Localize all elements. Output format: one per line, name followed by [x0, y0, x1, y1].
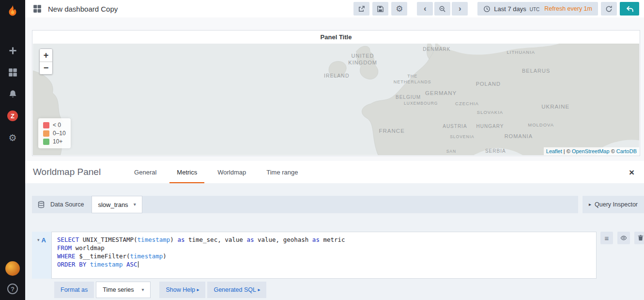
tab-general[interactable]: General [124, 161, 167, 183]
map-legend: < 00–1010+ [38, 118, 71, 148]
country-label: ROMANIA [505, 133, 533, 140]
country-label: THE NETHERLANDS [394, 74, 431, 85]
panel-title[interactable]: Panel Title [32, 31, 640, 44]
collapse-caret-icon: ▾ [37, 238, 40, 242]
legend-row: 10+ [43, 138, 66, 145]
dashboard-title[interactable]: New dashboard Copy [48, 5, 118, 13]
openstreetmap-link[interactable]: OpenStreetMap [572, 148, 610, 154]
show-help-button[interactable]: Show Help ▸ [159, 282, 205, 298]
time-picker-button[interactable]: Last 7 days UTC Refresh every 1m [477, 2, 598, 16]
format-as-button[interactable]: Format as [54, 282, 94, 298]
tab-worldmap[interactable]: Worldmap [207, 161, 256, 183]
cartodb-link[interactable]: CartoDB [616, 148, 637, 154]
show-help-label: Show Help [166, 286, 195, 293]
zoom-out-icon [439, 5, 446, 13]
panel-settings-button[interactable]: ⚙ [391, 2, 407, 16]
grafana-dashboard-editor: Z⚙ ? New dashboard Copy ⚙ [0, 0, 644, 300]
country-label: SLOVAKIA [477, 110, 503, 115]
caret-down-icon: ▾ [141, 287, 144, 292]
navbar: New dashboard Copy ⚙ ‹ › [25, 0, 644, 17]
map-zoom-control: + − [39, 48, 53, 75]
country-label: BELGIUM [396, 94, 421, 100]
chevron-right-icon: › [459, 4, 461, 13]
country-label: DENMARK [423, 46, 450, 52]
eye-icon [620, 235, 627, 241]
help-icon[interactable]: ? [7, 284, 18, 294]
datasource-select[interactable]: slow_trans ▾ [92, 196, 142, 213]
country-label: UKRAINE [541, 103, 569, 111]
time-shift-back-button[interactable]: ‹ [417, 2, 433, 16]
country-label: SERBIA [485, 147, 506, 154]
time-shift-forward-button[interactable]: › [452, 2, 468, 16]
menu-icon: ≡ [605, 235, 609, 242]
sidebar-item-create[interactable] [0, 45, 25, 56]
country-label: LITHUANIA [507, 49, 536, 55]
sidebar-item-alerting[interactable] [0, 88, 25, 100]
query-ref-toggle[interactable]: ▾ A [32, 232, 51, 279]
query-menu-button[interactable]: ≡ [600, 232, 613, 244]
tab-metrics[interactable]: Metrics [167, 161, 207, 183]
country-label: GERMANY [425, 89, 457, 96]
legend-swatch [43, 122, 49, 128]
alerts-bell-icon [8, 90, 17, 99]
query-ref-label: A [42, 237, 46, 244]
country-label: UNITED KINGDOM [348, 52, 377, 66]
generated-sql-button[interactable]: Generated SQL ▸ [207, 282, 266, 298]
map-zoom-in-button[interactable]: + [40, 49, 52, 62]
format-select[interactable]: Time series ▾ [96, 282, 151, 298]
time-zoom-out-button[interactable] [434, 2, 450, 16]
caret-right-icon: ▸ [197, 287, 199, 292]
share-button[interactable] [353, 2, 369, 16]
gear-icon: ⚙ [396, 5, 403, 13]
sidebar-item-dashboards[interactable] [0, 66, 25, 78]
refresh-dashboard-button[interactable] [601, 2, 617, 16]
caret-down-icon: ▾ [134, 202, 136, 207]
sql-line: WHERE $__timeFilter(timestamp) [57, 252, 591, 260]
legend-swatch [43, 130, 49, 137]
query-actions: ≡ [597, 232, 644, 279]
editor-header: Worldmap Panel GeneralMetricsWorldmapTim… [25, 161, 644, 183]
country-label: AUSTRIA [443, 123, 467, 129]
attribution-separator: | © [562, 148, 572, 154]
refresh-icon [605, 5, 613, 13]
sidebar-menu: Z⚙ [0, 45, 25, 143]
time-range-label: Last 7 days [494, 5, 526, 13]
time-nav-group: ‹ › [417, 2, 468, 16]
refresh-interval-label: Refresh every 1m [544, 5, 592, 12]
country-label: MOLDOVA [528, 122, 554, 128]
text-cursor [138, 261, 138, 268]
user-avatar[interactable] [5, 261, 20, 276]
sql-line: SELECT UNIX_TIMESTAMP(timestamp) as time… [57, 236, 591, 244]
worldmap[interactable]: DENMARKLITHUANIAUNITED KINGDOMBELARUSIRE… [33, 44, 639, 155]
save-button[interactable] [372, 2, 388, 16]
timezone-label: UTC [530, 7, 540, 12]
legend-label: 10+ [53, 138, 62, 145]
legend-swatch [43, 139, 49, 145]
dashboard-grid-icon[interactable] [33, 4, 42, 13]
sql-query-editor[interactable]: SELECT UNIX_TIMESTAMP(timestamp) as time… [51, 232, 597, 279]
sidebar-item-zabbix[interactable]: Z [0, 110, 25, 122]
back-to-dashboard-button[interactable] [620, 2, 639, 16]
datasource-row-filler [142, 196, 578, 213]
leaflet-link[interactable]: Leaflet [546, 148, 562, 154]
country-label: POLAND [476, 80, 501, 87]
close-icon[interactable]: × [629, 168, 634, 177]
map-attribution: Leaflet | © OpenStreetMap © CartoDB [544, 147, 639, 155]
main-area: New dashboard Copy ⚙ ‹ › [25, 0, 644, 300]
query-inspector-button[interactable]: ▸ Query Inspector [583, 196, 644, 213]
legend-row: < 0 [43, 122, 66, 128]
country-label: CZECHIA [455, 101, 479, 107]
database-icon[interactable] [32, 196, 50, 213]
grafana-logo-icon[interactable] [0, 0, 25, 22]
chevron-left-icon: ‹ [424, 4, 427, 13]
legend-row: 0–10 [43, 130, 66, 137]
sidebar-item-configuration[interactable]: ⚙ [0, 132, 25, 143]
sql-line: ORDER BY timestamp ASC [57, 260, 591, 268]
plus-icon [8, 46, 17, 55]
country-label: SAN MARINO [442, 149, 461, 155]
country-label: FRANCE [379, 127, 405, 135]
map-zoom-out-button[interactable]: − [40, 62, 52, 74]
delete-query-button[interactable] [634, 232, 644, 244]
tab-time-range[interactable]: Time range [256, 161, 308, 183]
toggle-query-visibility-button[interactable] [617, 232, 630, 244]
